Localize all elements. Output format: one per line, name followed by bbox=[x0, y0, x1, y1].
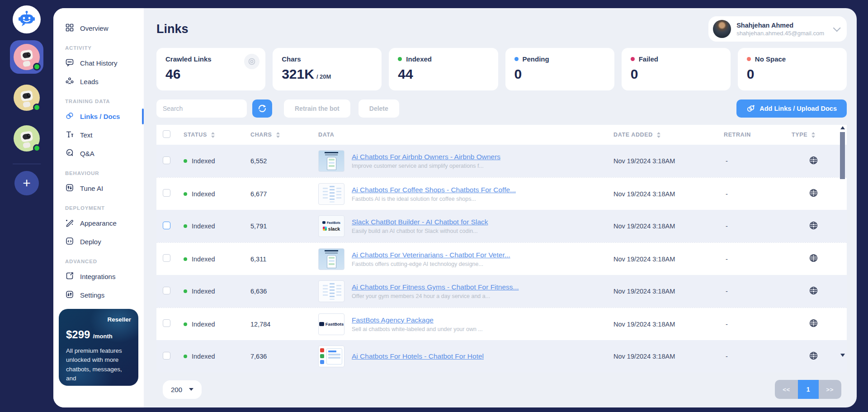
row-retrain: - bbox=[724, 157, 792, 165]
sidebar: OverviewACTIVITYChat HistoryLeadsTRAININ… bbox=[53, 8, 144, 407]
globe-icon bbox=[809, 253, 818, 265]
row-data-text: Ai Chatbots For Airbnb Owners - Airbnb O… bbox=[352, 153, 500, 169]
user-name: Shahjehan Ahmed bbox=[736, 22, 824, 29]
deploy-icon bbox=[65, 237, 74, 247]
rail-divider bbox=[13, 164, 41, 164]
refresh-button[interactable] bbox=[252, 99, 272, 118]
bot-avatar-yellow-bot[interactable] bbox=[10, 81, 43, 114]
yellow-bot-avatar-image bbox=[14, 85, 40, 111]
indexed-status-dot bbox=[184, 192, 187, 196]
row-title-link[interactable]: Ai Chatbots For Fitness Gyms - Chatbot F… bbox=[352, 283, 519, 291]
row-checkbox[interactable] bbox=[163, 156, 170, 164]
delete-button[interactable]: Delete bbox=[359, 99, 399, 118]
next-page-button[interactable]: >> bbox=[819, 380, 841, 399]
row-title-link[interactable]: Ai Chatbots For Veterinarians - Chatbot … bbox=[352, 251, 510, 259]
links-table: STATUS CHARS DATA DATE ADDED RETRAIN TYP… bbox=[156, 125, 847, 373]
table-row: Indexed12,784FastBotsFastBots Agency Pac… bbox=[156, 308, 847, 340]
sort-icon[interactable] bbox=[276, 132, 280, 138]
row-status-label: Indexed bbox=[192, 190, 215, 198]
stat-card-no-space: No Space0 bbox=[738, 48, 847, 90]
scroll-up-icon[interactable] bbox=[840, 126, 845, 129]
select-all-checkbox[interactable] bbox=[163, 130, 170, 138]
sidebar-item-appearance[interactable]: Appearance bbox=[53, 214, 144, 232]
row-title-link[interactable]: Ai Chatbots For Airbnb Owners - Airbnb O… bbox=[352, 153, 500, 161]
bot-avatar-green-bot[interactable] bbox=[10, 122, 43, 155]
row-title-link[interactable]: Ai Chatbots For Coffee Shops - Chatbots … bbox=[352, 186, 516, 194]
status-dot-icon bbox=[398, 57, 402, 61]
row-subtitle: Improve customer service and simplify op… bbox=[352, 163, 500, 169]
sidebar-item-label: Appearance bbox=[80, 219, 117, 227]
row-checkbox[interactable] bbox=[163, 352, 170, 360]
row-title-link[interactable]: Ai Chatbots For Hotels - Chatbot For Hot… bbox=[352, 352, 484, 360]
retrain-bot-button[interactable]: Retrain the bot bbox=[284, 99, 350, 118]
row-title-link[interactable]: Slack ChatBot Builder - AI Chatbot for S… bbox=[352, 218, 488, 226]
stat-card-indexed: Indexed44 bbox=[389, 48, 498, 90]
qa-icon bbox=[65, 148, 74, 159]
add-links-upload-docs-button[interactable]: Add Links / Upload Docs bbox=[736, 99, 847, 118]
sidebar-item-label: Q&A bbox=[80, 150, 94, 157]
sort-icon[interactable] bbox=[811, 132, 815, 138]
text-icon bbox=[65, 130, 74, 140]
sidebar-item-q-a[interactable]: Q&A bbox=[53, 144, 144, 163]
sidebar-item-chat-history[interactable]: Chat History bbox=[53, 54, 144, 72]
row-data-text: Ai Chatbots For Fitness Gyms - Chatbot F… bbox=[352, 283, 519, 299]
row-data-cell: Ai Chatbots For Veterinarians - Chatbot … bbox=[318, 248, 613, 270]
reseller-upgrade-card[interactable]: Reseller $299/month All premium features… bbox=[59, 309, 138, 386]
sidebar-item-tune-ai[interactable]: Tune AI bbox=[53, 179, 144, 198]
tune-icon bbox=[65, 183, 74, 194]
stat-label: Crawled Links bbox=[165, 55, 256, 63]
link-icon bbox=[65, 111, 74, 122]
row-data-cell: FastBotsslackSlack ChatBot Builder - AI … bbox=[318, 215, 613, 237]
row-chars: 6,677 bbox=[250, 190, 318, 198]
row-checkbox[interactable] bbox=[163, 287, 170, 294]
scrollbar-thumb[interactable] bbox=[840, 132, 845, 179]
sort-icon[interactable] bbox=[657, 132, 660, 138]
row-checkbox[interactable] bbox=[163, 189, 170, 197]
sidebar-item-label: Settings bbox=[80, 291, 104, 299]
bot-avatar-pink-bot[interactable] bbox=[10, 40, 43, 74]
stats-row: Crawled Links46Chars321K/ 20MIndexed44Pe… bbox=[156, 48, 847, 90]
add-bot-button[interactable]: + bbox=[14, 171, 39, 195]
table-row: Indexed6,552Ai Chatbots For Airbnb Owner… bbox=[156, 145, 847, 177]
sort-icon[interactable] bbox=[211, 132, 215, 138]
stat-label-text: Crawled Links bbox=[165, 55, 212, 63]
current-page-button[interactable]: 1 bbox=[798, 380, 819, 399]
stat-value: 44 bbox=[398, 66, 489, 82]
prev-page-button[interactable]: << bbox=[775, 380, 797, 399]
row-checkbox[interactable] bbox=[163, 222, 170, 229]
row-data-cell: Ai Chatbots For Hotels - Chatbot For Hot… bbox=[318, 346, 613, 367]
sidebar-item-label: Links / Docs bbox=[80, 113, 120, 120]
row-data-cell: FastBotsFastBots Agency PackageSell ai c… bbox=[318, 313, 613, 335]
row-type-cell bbox=[792, 351, 835, 362]
sidebar-item-settings[interactable]: Settings bbox=[53, 286, 144, 304]
sidebar-section-deployment: DEPLOYMENT bbox=[53, 198, 144, 214]
sidebar-item-links-docs[interactable]: Links / Docs bbox=[53, 107, 144, 126]
row-status-label: Indexed bbox=[192, 288, 215, 295]
table-row: Indexed5,791FastBotsslackSlack ChatBot B… bbox=[156, 210, 847, 242]
table-scrollbar[interactable] bbox=[840, 125, 846, 373]
user-profile-menu[interactable]: Shahjehan Ahmed shahjehan.ahmed.45@gmail… bbox=[708, 16, 847, 42]
online-status-dot bbox=[33, 104, 41, 111]
search-input[interactable] bbox=[156, 99, 247, 118]
sidebar-item-overview[interactable]: Overview bbox=[53, 19, 144, 38]
row-subtitle: Fastbots AI is the ideal solution for co… bbox=[352, 196, 516, 202]
fastbots-logo-icon[interactable] bbox=[13, 5, 41, 33]
sidebar-item-leads[interactable]: Leads bbox=[53, 72, 144, 91]
row-chars: 7,636 bbox=[250, 353, 318, 360]
row-checkbox[interactable] bbox=[163, 319, 170, 327]
sidebar-item-text[interactable]: Text bbox=[53, 126, 144, 144]
scroll-down-icon[interactable] bbox=[840, 354, 845, 357]
visibility-icon[interactable] bbox=[244, 54, 259, 69]
row-title-link[interactable]: FastBots Agency Package bbox=[352, 316, 483, 324]
dropdown-caret-icon bbox=[189, 388, 193, 391]
row-status: Indexed bbox=[184, 223, 250, 230]
stat-value: 0 bbox=[514, 66, 605, 82]
table-row: Indexed7,636Ai Chatbots For Hotels - Cha… bbox=[156, 340, 847, 373]
sidebar-item-deploy[interactable]: Deploy bbox=[53, 232, 144, 251]
page-size-dropdown[interactable]: 200 bbox=[163, 380, 202, 399]
appearance-icon bbox=[65, 218, 74, 228]
stat-value: 0 bbox=[631, 66, 722, 82]
indexed-status-dot bbox=[184, 159, 187, 163]
sidebar-item-integrations[interactable]: Integrations bbox=[53, 267, 144, 286]
row-checkbox[interactable] bbox=[163, 254, 170, 262]
